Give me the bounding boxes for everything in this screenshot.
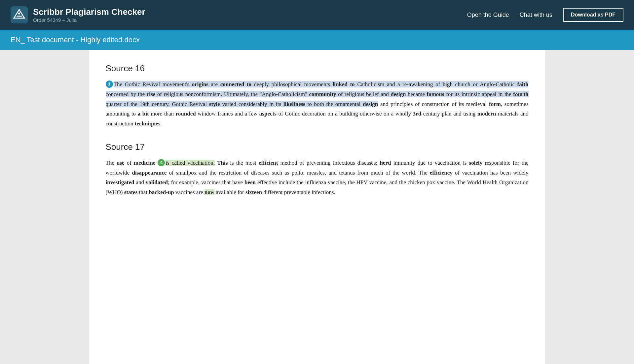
right-sidebar xyxy=(624,50,634,364)
scribbr-logo-icon xyxy=(11,6,28,23)
annotation-bubble-1[interactable]: 1 xyxy=(106,81,113,88)
order-subtitle: Order 54349 – Julia xyxy=(33,17,145,23)
source-17-text-highlight-1: is called vaccination. xyxy=(166,160,215,166)
doc-title-bar: EN_ Test document - Highly edited.docx xyxy=(0,30,634,50)
source-16-heading: Source 16 xyxy=(106,63,529,74)
app-title: Scribbr Plagiarism Checker xyxy=(33,7,145,17)
source-16-paragraph: 1The Gothic Revival movement's origins a… xyxy=(106,80,529,129)
source-17-heading: Source 17 xyxy=(106,142,529,152)
main-content: Source 16 1The Gothic Revival movement's… xyxy=(0,50,634,364)
left-sidebar xyxy=(0,50,10,364)
download-pdf-button[interactable]: Download as PDF xyxy=(563,8,623,22)
source-17-text-highlight-2: now xyxy=(205,189,214,195)
doc-title: EN_ Test document - Highly edited.docx xyxy=(11,36,140,44)
app-header: Scribbr Plagiarism Checker Order 54349 –… xyxy=(0,0,634,30)
source-17-paragraph: The use of medicine 4is called vaccinati… xyxy=(106,158,529,197)
source-16-text-highlight: The Gothic Revival movement's origins ar… xyxy=(106,81,529,107)
source-16-section: Source 16 1The Gothic Revival movement's… xyxy=(106,63,529,129)
header-title-group: Scribbr Plagiarism Checker Order 54349 –… xyxy=(33,7,145,23)
header-right: Open the Guide Chat with us Download as … xyxy=(467,8,623,22)
chat-with-us-link[interactable]: Chat with us xyxy=(520,12,552,18)
source-17-section: Source 17 The use of medicine 4is called… xyxy=(106,142,529,197)
document-area: Source 16 1The Gothic Revival movement's… xyxy=(89,50,545,364)
open-guide-link[interactable]: Open the Guide xyxy=(467,12,509,18)
header-left: Scribbr Plagiarism Checker Order 54349 –… xyxy=(11,6,145,23)
svg-point-1 xyxy=(18,13,20,15)
annotation-bubble-4[interactable]: 4 xyxy=(158,159,165,166)
